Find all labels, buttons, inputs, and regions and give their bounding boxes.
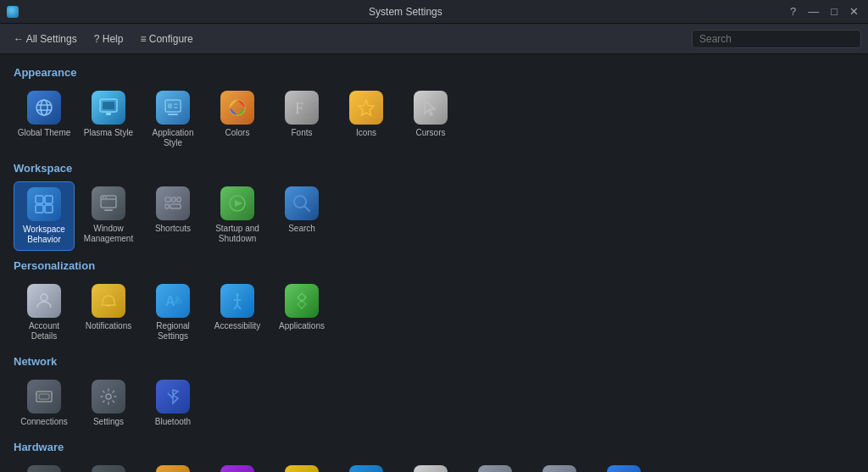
icon-item-multimedia[interactable]: Multimedia xyxy=(207,460,268,472)
icon-item-search[interactable]: Search xyxy=(271,181,332,251)
help-button[interactable]: ? Help xyxy=(87,31,131,47)
icon-multimedia xyxy=(220,465,254,472)
icon-search xyxy=(285,186,319,220)
svg-text:F: F xyxy=(295,100,303,117)
icon-item-removable-storage[interactable]: Removable Storage xyxy=(465,460,526,472)
icon-label-cursors: Cursors xyxy=(415,128,445,138)
icon-account-details xyxy=(27,284,61,318)
icon-input-devices xyxy=(27,465,61,472)
icon-item-power-mgmt[interactable]: Power Management xyxy=(271,460,332,472)
svg-rect-29 xyxy=(170,204,181,208)
svg-point-23 xyxy=(105,197,107,198)
icon-item-audio[interactable]: Audio xyxy=(142,460,203,472)
icon-label-notifications: Notifications xyxy=(86,321,131,331)
svg-rect-26 xyxy=(172,197,175,202)
window-title: System Settings xyxy=(24,6,787,18)
svg-point-0 xyxy=(36,100,52,115)
icon-item-cursors[interactable]: Cursors xyxy=(400,86,461,153)
icon-item-account-details[interactable]: Account Details xyxy=(14,279,75,347)
icon-item-shortcuts[interactable]: Shortcuts xyxy=(142,181,203,251)
svg-point-37 xyxy=(236,293,239,297)
svg-point-34 xyxy=(41,294,47,301)
icon-application-style xyxy=(156,91,190,125)
svg-line-41 xyxy=(237,305,241,309)
icon-workspace-behavior xyxy=(27,187,61,221)
section-grid-hardware: Input DevicesDisplay and MonitorAudioMul… xyxy=(14,460,854,472)
icon-label-regional-settings: Regional Settings xyxy=(146,321,200,342)
icon-item-storage-devices[interactable]: Storage Devices xyxy=(529,460,590,472)
svg-line-33 xyxy=(305,207,310,212)
titlebar-close-btn[interactable]: ✕ xyxy=(847,5,861,18)
icon-label-workspace-behavior: Workspace Behavior xyxy=(18,225,70,245)
back-button[interactable]: ← All Settings xyxy=(7,31,84,47)
toolbar: ← All Settings ? Help ≡ Configure xyxy=(0,24,868,54)
icon-label-fonts: Fonts xyxy=(291,128,312,138)
svg-marker-31 xyxy=(235,200,242,207)
icon-label-startup-shutdown: Startup and Shutdown xyxy=(210,224,264,244)
svg-rect-28 xyxy=(165,204,169,208)
svg-rect-19 xyxy=(45,205,53,213)
icon-item-plasma-style[interactable]: Plasma Style xyxy=(78,86,139,153)
icon-label-accessibility: Accessibility xyxy=(214,321,260,331)
icon-item-net-settings[interactable]: Settings xyxy=(78,375,139,432)
svg-marker-15 xyxy=(425,100,435,115)
section-workspace: WorkspaceWorkspace BehaviorWindow Manage… xyxy=(14,162,854,251)
icon-label-window-management: Window Management xyxy=(81,224,136,244)
section-grid-network: ConnectionsSettingsBluetooth xyxy=(14,375,854,432)
section-title-appearance: Appearance xyxy=(14,66,854,79)
icon-item-icons[interactable]: Icons xyxy=(336,86,397,153)
icon-item-window-management[interactable]: Window Management xyxy=(78,181,139,251)
icon-item-bluetooth[interactable]: Bluetooth xyxy=(142,375,203,432)
icon-item-kde-connect[interactable]: KDE Connect xyxy=(336,460,397,472)
svg-marker-14 xyxy=(359,100,374,115)
icon-label-bluetooth: Bluetooth xyxy=(155,417,191,427)
icon-label-global-theme: Global Theme xyxy=(18,128,71,138)
icon-item-printers[interactable]: Printers xyxy=(400,460,461,472)
icon-shortcuts xyxy=(156,186,190,220)
icon-item-fonts[interactable]: FFonts xyxy=(271,86,332,153)
icon-label-application-style: Application Style xyxy=(146,128,200,148)
icon-printers xyxy=(414,465,448,472)
icon-item-accessibility[interactable]: Accessibility xyxy=(207,279,268,347)
configure-button[interactable]: ≡ Configure xyxy=(133,31,199,47)
icon-item-startup-shutdown[interactable]: Startup and Shutdown xyxy=(207,181,268,251)
icon-connections xyxy=(27,380,61,414)
icon-label-plasma-style: Plasma Style xyxy=(84,128,133,138)
section-title-workspace: Workspace xyxy=(14,162,854,175)
svg-rect-27 xyxy=(177,197,181,202)
section-title-network: Network xyxy=(14,355,854,368)
icon-display-monitor xyxy=(92,465,125,472)
section-grid-appearance: Global ThemePlasma StyleApplication Styl… xyxy=(14,86,854,153)
icon-item-application-style[interactable]: Application Style xyxy=(142,86,203,153)
svg-rect-5 xyxy=(103,102,114,109)
search-input[interactable] xyxy=(692,30,861,48)
svg-rect-24 xyxy=(104,209,113,211)
titlebar-maximize-btn[interactable]: □ xyxy=(828,5,840,18)
section-personalization: PersonalizationAccount DetailsNotificati… xyxy=(14,259,854,347)
icon-item-display-monitor[interactable]: Display and Monitor xyxy=(78,460,139,472)
svg-rect-7 xyxy=(165,100,181,112)
svg-point-48 xyxy=(106,394,111,399)
icon-item-notifications[interactable]: Notifications xyxy=(78,279,139,347)
icon-bluetooth xyxy=(156,380,190,414)
icon-applications xyxy=(285,284,319,318)
svg-rect-6 xyxy=(106,113,111,115)
svg-rect-9 xyxy=(168,103,172,108)
icon-item-applications[interactable]: Applications xyxy=(271,279,332,347)
icon-global-theme xyxy=(27,91,61,125)
icon-label-search: Search xyxy=(288,224,315,234)
icon-item-thunderbolt[interactable]: Thunderbolt xyxy=(593,460,654,472)
icon-startup-shutdown xyxy=(220,186,254,220)
icon-item-workspace-behavior[interactable]: Workspace Behavior xyxy=(14,181,75,251)
svg-rect-45 xyxy=(39,394,49,399)
icon-label-applications: Applications xyxy=(279,321,325,331)
icon-item-connections[interactable]: Connections xyxy=(14,375,75,432)
icon-item-regional-settings[interactable]: AあRegional Settings xyxy=(142,279,203,347)
icon-item-input-devices[interactable]: Input Devices xyxy=(14,460,75,472)
icon-cursors xyxy=(414,91,448,125)
svg-rect-18 xyxy=(36,205,43,213)
icon-item-global-theme[interactable]: Global Theme xyxy=(14,86,75,153)
icon-item-colors[interactable]: Colors xyxy=(207,86,268,153)
titlebar-minimize-btn[interactable]: — xyxy=(805,5,821,18)
titlebar-help-btn[interactable]: ? xyxy=(787,5,798,18)
